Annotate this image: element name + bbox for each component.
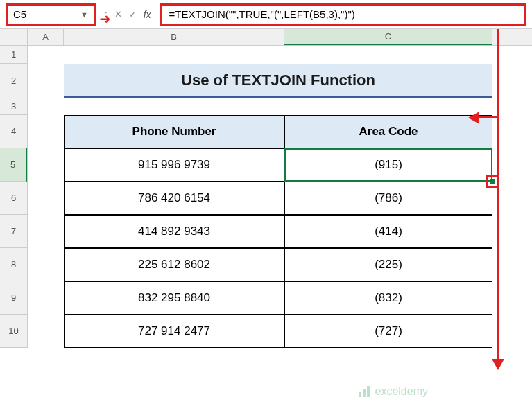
table-row: 786 420 6154 (786) (64, 182, 492, 215)
cell-phone[interactable]: 414 892 9343 (64, 215, 284, 248)
cell-phone[interactable]: 727 914 2477 (64, 315, 284, 348)
row-header-8[interactable]: 8 (0, 248, 27, 281)
fill-handle-icon[interactable] (490, 179, 495, 184)
chevron-down-icon[interactable]: ▼ (80, 10, 88, 19)
row-header-6[interactable]: 6 (0, 182, 27, 215)
callout-arrow-horizontal (478, 116, 499, 118)
cell-area[interactable]: (414) (284, 215, 492, 248)
table-row: 832 295 8840 (832) (64, 281, 492, 315)
row-header-7[interactable]: 7 (0, 215, 27, 248)
cell-phone[interactable]: 786 420 6154 (64, 182, 284, 215)
watermark: exceldemy (357, 385, 428, 398)
callout-arrow-icon: ➜ (99, 10, 111, 27)
table-row: 414 892 9343 (414) (64, 215, 492, 248)
chart-icon (357, 385, 371, 398)
data-table: Phone Number Area Code 915 996 9739 (915… (64, 115, 492, 348)
column-header-b[interactable]: B (64, 29, 284, 45)
table-row: 915 996 9739 (915) (64, 148, 492, 182)
row-header-3[interactable]: 3 (0, 98, 27, 115)
watermark-text: exceldemy (375, 385, 428, 398)
name-box-value: C5 (13, 8, 26, 20)
svg-rect-0 (359, 392, 361, 397)
header-area[interactable]: Area Code (284, 115, 492, 148)
name-box[interactable]: C5 ▼ (6, 3, 96, 26)
cell-phone[interactable]: 832 295 8840 (64, 281, 284, 315)
cell-phone[interactable]: 915 996 9739 (64, 148, 284, 182)
column-header-a[interactable]: A (28, 29, 64, 45)
cell-phone[interactable]: 225 612 8602 (64, 248, 284, 281)
cell-area[interactable]: (727) (284, 315, 492, 348)
row-header-9[interactable]: 9 (0, 281, 27, 315)
callout-arrow-vertical (497, 29, 499, 369)
row-header-2[interactable]: 2 (0, 64, 27, 98)
cell-area[interactable]: (915) (284, 148, 492, 182)
spreadsheet-grid: 1 2 3 4 5 6 7 8 9 10 Use of TEXTJOIN Fun… (0, 46, 532, 348)
svg-rect-2 (367, 386, 370, 397)
formula-input[interactable]: =TEXTJOIN("",TRUE,"(",LEFT(B5,3),")") (160, 3, 526, 26)
cell-area[interactable]: (225) (284, 248, 492, 281)
column-headers: A B C (0, 29, 532, 46)
row-header-4[interactable]: 4 (0, 115, 27, 148)
row-header-10[interactable]: 10 (0, 315, 27, 348)
header-phone[interactable]: Phone Number (64, 115, 284, 148)
row-header-1[interactable]: 1 (0, 46, 27, 64)
cell-area[interactable]: (832) (284, 281, 492, 315)
cell-area[interactable]: (786) (284, 182, 492, 215)
formula-bar: C5 ▼ ➜ : ✕ ✓ fx =TEXTJOIN("",TRUE,"(",LE… (0, 0, 532, 29)
select-all-corner[interactable] (0, 29, 28, 45)
table-header-row: Phone Number Area Code (64, 115, 492, 148)
row-header-5[interactable]: 5 (0, 148, 27, 182)
cancel-icon[interactable]: ✕ (112, 9, 124, 19)
svg-rect-1 (363, 389, 366, 397)
column-header-c[interactable]: C (284, 29, 492, 45)
table-row: 727 914 2477 (727) (64, 315, 492, 348)
confirm-icon[interactable]: ✓ (127, 9, 139, 19)
fill-handle-callout (486, 175, 499, 188)
table-row: 225 612 8602 (225) (64, 248, 492, 281)
page-title[interactable]: Use of TEXTJOIN Function (64, 64, 492, 98)
row-headers: 1 2 3 4 5 6 7 8 9 10 (0, 46, 28, 348)
formula-text: =TEXTJOIN("",TRUE,"(",LEFT(B5,3),")") (169, 8, 355, 20)
cells-area[interactable]: Use of TEXTJOIN Function Phone Number Ar… (28, 46, 532, 348)
fx-icon[interactable]: fx (141, 9, 153, 20)
